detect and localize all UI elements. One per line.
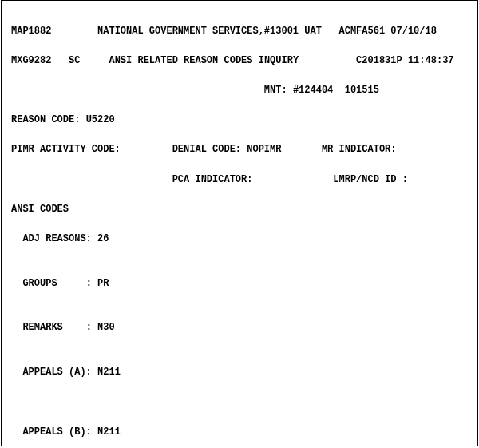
denial-code-label: DENIAL CODE: <box>172 144 241 155</box>
sc-label: SC <box>69 55 80 66</box>
groups-value[interactable]: PR <box>97 278 109 289</box>
terminal-1: ACMFA561 <box>339 26 386 37</box>
appeals-b-value[interactable]: N211 <box>97 426 121 438</box>
mnt-label: MNT: <box>264 85 287 96</box>
mnt-num: #124404 <box>293 85 333 96</box>
appeals-a-value[interactable]: N211 <box>97 367 121 378</box>
map-id: MAP1882 <box>11 26 51 37</box>
pimr-activity-label: PIMR ACTIVITY CODE: <box>11 144 121 155</box>
time: 11:48:37 <box>408 55 454 66</box>
screen-title: ANSI RELATED REASON CODES INQUIRY <box>109 55 299 66</box>
pca-indicator-label: PCA INDICATOR: <box>172 174 253 185</box>
reason-code-value[interactable]: U5220 <box>86 114 115 125</box>
reason-code-label: REASON CODE: <box>11 114 80 125</box>
lmrp-ncd-label: LMRP/NCD ID : <box>333 174 408 185</box>
groups-label: GROUPS <box>22 278 57 289</box>
date: 07/10/18 <box>390 26 437 37</box>
org-name: NATIONAL GOVERNMENT SERVICES,#13001 UAT <box>97 26 322 37</box>
terminal-screen: MAP1882 NATIONAL GOVERNMENT SERVICES,#13… <box>1 0 478 446</box>
appeals-b-label: APPEALS (B): <box>22 426 91 438</box>
remarks-value[interactable]: N30 <box>97 322 115 333</box>
mr-indicator-label: MR INDICATOR: <box>322 144 397 155</box>
ansi-codes-label: ANSI CODES <box>11 204 69 215</box>
adj-reasons-value[interactable]: 26 <box>97 233 109 244</box>
terminal-2: C201831P <box>356 55 402 66</box>
denial-code-value[interactable]: NOPIMR <box>247 144 281 155</box>
mnt-time: 101515 <box>345 85 379 96</box>
appeals-a-label: APPEALS (A): <box>22 367 91 378</box>
screen-id: MXG9282 <box>11 55 51 66</box>
remarks-label: REMARKS <box>22 322 62 333</box>
adj-reasons-label: ADJ REASONS: <box>22 233 91 244</box>
